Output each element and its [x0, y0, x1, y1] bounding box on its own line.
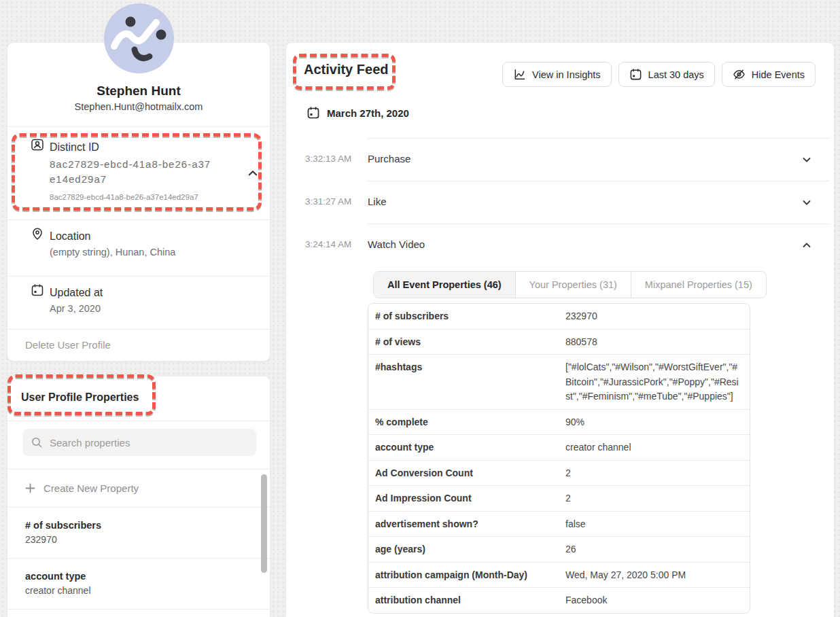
distinct-id-collapsed-value: 8ac27829-ebcd-41a8-be26-a37e14ed29a7 — [50, 193, 198, 201]
activity-feed-card: Activity Feed View in Insights — [285, 42, 835, 617]
profile-property-item[interactable]: # of subscribers232970 — [7, 507, 270, 558]
profile-property-value: 232970 — [25, 533, 256, 547]
divider — [7, 329, 270, 330]
tab-your-properties[interactable]: Your Properties (31) — [516, 272, 631, 298]
event-property-value: ["#lolCats","#Wilson","#WorstGiftEver","… — [565, 355, 750, 409]
event-property-name: Ad Impression Count — [368, 486, 565, 511]
collapse-chevron-up-icon[interactable] — [247, 167, 259, 179]
insights-chart-icon — [513, 68, 526, 81]
user-email: Stephen.Hunt@hotmailx.com — [7, 101, 270, 112]
user-profile-properties-card: User Profile Properties Create — [7, 376, 270, 617]
event-property-row: Ad Conversion Count2 — [368, 461, 750, 487]
create-new-property-button[interactable]: Create New Property — [7, 469, 270, 507]
event-property-name: % complete — [368, 410, 565, 435]
user-name: Stephen Hunt — [7, 84, 270, 99]
event-row-watch-video[interactable]: 3:24:14 AM Watch Video — [286, 224, 834, 266]
event-property-value: 26 — [565, 537, 750, 562]
search-properties-input[interactable] — [50, 437, 248, 448]
event-time: 3:32:13 AM — [305, 154, 351, 164]
event-property-value: creator channel — [565, 435, 750, 460]
chevron-down-icon[interactable] — [801, 197, 812, 208]
view-in-insights-button[interactable]: View in Insights — [502, 62, 611, 87]
id-card-icon — [31, 138, 44, 152]
divider — [7, 276, 270, 277]
event-row-like[interactable]: 3:31:27 AM Like — [286, 181, 834, 224]
event-property-name: age (years) — [368, 537, 565, 562]
event-time: 3:24:14 AM — [305, 239, 351, 249]
event-property-value: Wed, May 27, 2020 5:00 PM — [565, 563, 750, 588]
event-property-value: 2 — [565, 461, 750, 486]
date-range-label: Last 30 days — [648, 69, 704, 80]
event-property-row: age (years)26 — [368, 537, 750, 563]
event-property-row: account typecreator channel — [368, 435, 750, 461]
event-property-value: false — [565, 512, 750, 537]
event-property-row: Ad Impression Count2 — [368, 486, 750, 512]
event-property-name: # of views — [368, 330, 565, 355]
date-header-label: March 27th, 2020 — [327, 107, 409, 119]
tab-mixpanel-properties[interactable]: Mixpanel Properties (15) — [631, 272, 766, 298]
delete-user-profile-button[interactable]: Delete User Profile — [25, 339, 111, 351]
calendar-icon — [307, 106, 320, 120]
tab-all-event-properties[interactable]: All Event Properties (46) — [374, 272, 516, 298]
event-property-value: 2 — [565, 486, 750, 511]
event-property-row: # of views880578 — [368, 330, 750, 355]
updated-at-label: Updated at — [50, 287, 103, 299]
profile-property-item[interactable]: account typecreator channel — [7, 558, 270, 609]
profile-property-name: account type — [25, 569, 256, 584]
event-property-name: Ad Conversion Count — [368, 461, 565, 486]
search-icon — [31, 436, 43, 448]
activity-feed-title: Activity Feed — [304, 62, 388, 77]
event-property-name: attribution channel — [368, 588, 565, 613]
event-property-row: #hashtags["#lolCats","#Wilson","#WorstGi… — [368, 355, 750, 410]
divider — [7, 219, 270, 220]
event-property-name: # of subscribers — [368, 304, 565, 329]
calendar-icon — [629, 68, 642, 81]
profile-property-name: # of subscribers — [25, 518, 256, 533]
event-time: 3:31:27 AM — [305, 196, 351, 207]
event-property-name: attribution campaign (Month-Day) — [368, 563, 565, 588]
divider — [7, 126, 270, 127]
profile-property-item — [7, 609, 270, 616]
event-property-row: attribution campaign (Month-Day)Wed, May… — [368, 563, 750, 588]
event-property-row: % complete90% — [368, 410, 750, 436]
eye-off-icon — [733, 68, 746, 81]
hide-events-button[interactable]: Hide Events — [722, 62, 816, 87]
updated-at-value: Apr 3, 2020 — [50, 303, 101, 314]
distinct-id-label: Distinct ID — [50, 141, 99, 154]
create-new-property-label: Create New Property — [43, 482, 139, 494]
event-property-row: attribution channelFacebook — [368, 588, 750, 613]
event-property-row: advertisement shown?false — [368, 512, 750, 537]
user-profile-card: Stephen Hunt Stephen.Hunt@hotmailx.com D… — [7, 42, 270, 362]
divider — [7, 421, 270, 421]
event-row-purchase[interactable]: 3:32:13 AM Purchase — [286, 139, 834, 181]
search-properties-box — [22, 429, 256, 456]
profile-property-value: creator channel — [25, 584, 256, 598]
chevron-up-icon[interactable] — [801, 240, 812, 251]
event-name: Purchase — [368, 153, 410, 164]
event-property-name: #hashtags — [368, 355, 565, 409]
event-name: Like — [368, 196, 387, 207]
date-header: March 27th, 2020 — [307, 106, 409, 120]
calendar-icon — [31, 283, 44, 297]
activity-actions: View in Insights Last 30 days — [502, 62, 816, 87]
properties-panel-title: User Profile Properties — [21, 391, 139, 404]
scrollbar-thumb[interactable] — [261, 474, 267, 573]
location-value: (empty string), Hunan, China — [50, 247, 175, 258]
event-property-name: account type — [368, 435, 565, 460]
chevron-down-icon[interactable] — [801, 154, 812, 165]
distinct-id-value: 8ac27829-ebcd-41a8-be26-a37e14ed29a7 — [50, 157, 213, 187]
event-name: Watch Video — [368, 239, 425, 250]
user-profile-page: Stephen Hunt Stephen.Hunt@hotmailx.com D… — [0, 0, 840, 617]
event-property-name: advertisement shown? — [368, 512, 565, 537]
event-property-value: 232970 — [565, 304, 750, 329]
event-properties-tabs: All Event Properties (46) Your Propertie… — [373, 271, 767, 298]
hide-events-label: Hide Events — [752, 69, 805, 80]
event-property-value: 880578 — [565, 330, 750, 355]
event-properties-table: # of subscribers232970# of views880578#h… — [368, 303, 750, 614]
avatar — [104, 3, 174, 73]
view-in-insights-label: View in Insights — [532, 69, 600, 80]
event-property-row: # of subscribers232970 — [368, 304, 750, 330]
event-property-value: 90% — [565, 410, 750, 435]
date-range-button[interactable]: Last 30 days — [618, 62, 715, 87]
location-pin-icon — [31, 227, 44, 241]
